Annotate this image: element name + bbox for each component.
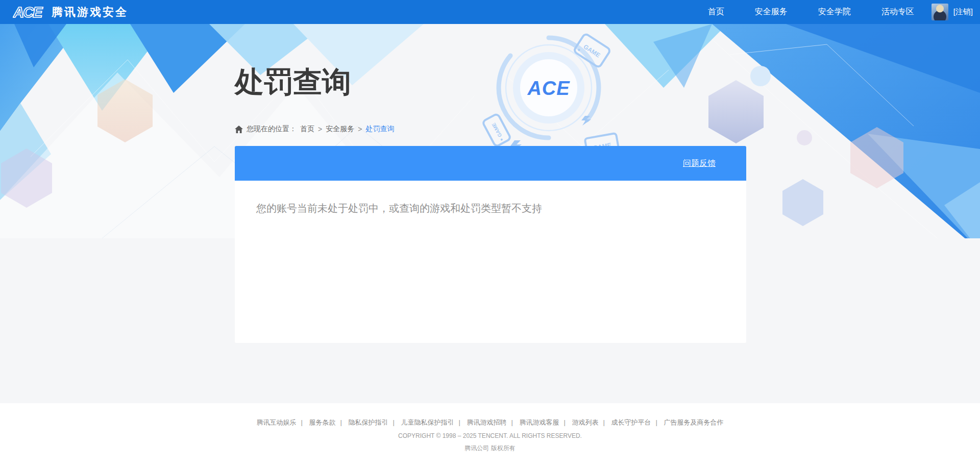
- breadcrumb-separator: >: [358, 125, 362, 133]
- punishment-query-panel: 问题反馈 您的账号当前未处于处罚中，或查询的游戏和处罚类型暂不支持: [235, 146, 746, 343]
- footer-link[interactable]: 隐私保护指引: [348, 418, 388, 426]
- user-avatar[interactable]: [932, 4, 948, 20]
- site-logo[interactable]: ACE 腾讯游戏安全: [13, 3, 128, 21]
- footer-link[interactable]: 服务条款: [309, 418, 335, 426]
- nav-item[interactable]: 安全学院: [818, 7, 851, 17]
- nav-item[interactable]: 首页: [708, 7, 724, 17]
- footer-link-separator: |: [393, 418, 394, 426]
- footer-links: 腾讯互动娱乐| 服务条款| 隐私保护指引| 儿童隐私保护指引| 腾讯游戏招聘| …: [0, 418, 980, 427]
- breadcrumb-prefix: 您现在的位置：: [247, 125, 297, 134]
- breadcrumb-security-service[interactable]: 安全服务: [326, 125, 354, 134]
- footer-link[interactable]: 腾讯游戏招聘: [467, 418, 507, 426]
- svg-text:GAME: GAME: [491, 122, 503, 138]
- company-text: 腾讯公司 版权所有: [0, 444, 980, 453]
- footer-link[interactable]: 广告服务及商务合作: [664, 418, 724, 426]
- nav-item[interactable]: 活动专区: [881, 7, 914, 17]
- footer-link-separator: |: [301, 418, 302, 426]
- copyright-text: COPYRIGHT © 1998 – 2025 TENCENT. ALL RIG…: [0, 432, 980, 439]
- breadcrumb-home[interactable]: 首页: [300, 125, 314, 134]
- query-result-message: 您的账号当前未处于处罚中，或查询的游戏和处罚类型暂不支持: [256, 201, 725, 215]
- ace-logo-icon: ACE: [13, 3, 46, 21]
- breadcrumb: 您现在的位置： 首页 > 安全服务 > 处罚查询: [235, 125, 394, 134]
- panel-header: 问题反馈: [235, 146, 746, 181]
- page-title: 处罚查询: [235, 63, 351, 102]
- footer-link-separator: |: [511, 418, 513, 426]
- logout-link[interactable]: [注销]: [953, 7, 973, 17]
- hex-character-right-2: [850, 127, 903, 188]
- footer-link[interactable]: 游戏列表: [572, 418, 599, 426]
- decor-blob: [750, 66, 771, 86]
- hex-character-bottom-left: [1, 149, 52, 208]
- game-phone-icon: GAME: [482, 113, 511, 146]
- footer-link[interactable]: 儿童隐私保护指引: [401, 418, 454, 426]
- hex-character-right-1: [708, 80, 764, 143]
- breadcrumb-separator: >: [318, 125, 322, 133]
- top-navbar: ACE 腾讯游戏安全 首页 安全服务 安全学院 活动专区 [注销]: [0, 0, 980, 24]
- panel-body: 您的账号当前未处于处罚中，或查询的游戏和处罚类型暂不支持: [235, 181, 746, 343]
- footer-link-separator: |: [603, 418, 605, 426]
- ace-logo-text: ACE: [13, 4, 43, 20]
- hex-character-left: [97, 79, 153, 142]
- hex-character-right-3: [782, 179, 823, 226]
- page-footer: 腾讯互动娱乐| 服务条款| 隐私保护指引| 儿童隐私保护指引| 腾讯游戏招聘| …: [0, 403, 980, 469]
- footer-link[interactable]: 成长守护平台: [611, 418, 651, 426]
- svg-text:GAME: GAME: [582, 43, 602, 59]
- footer-link-separator: |: [340, 418, 341, 426]
- footer-link-separator: |: [656, 418, 657, 426]
- nav-links: 首页 安全服务 安全学院 活动专区: [677, 7, 914, 17]
- footer-link[interactable]: 腾讯游戏客服: [520, 418, 559, 426]
- footer-link-separator: |: [564, 418, 566, 426]
- footer-link[interactable]: 腾讯互动娱乐: [256, 418, 296, 426]
- ace-badge: ACE: [499, 38, 599, 138]
- home-icon: [235, 126, 243, 133]
- feedback-link[interactable]: 问题反馈: [683, 158, 716, 169]
- footer-link-separator: |: [458, 418, 460, 426]
- breadcrumb-current[interactable]: 处罚查询: [365, 125, 394, 134]
- ace-badge-text: ACE: [527, 78, 570, 99]
- page-body: ACE GAME GAME GAME 处罚查询 您现在的位置：: [0, 24, 980, 403]
- site-title: 腾讯游戏安全: [52, 5, 128, 20]
- game-tablet-icon: GAME: [573, 33, 610, 68]
- nav-item[interactable]: 安全服务: [755, 7, 788, 17]
